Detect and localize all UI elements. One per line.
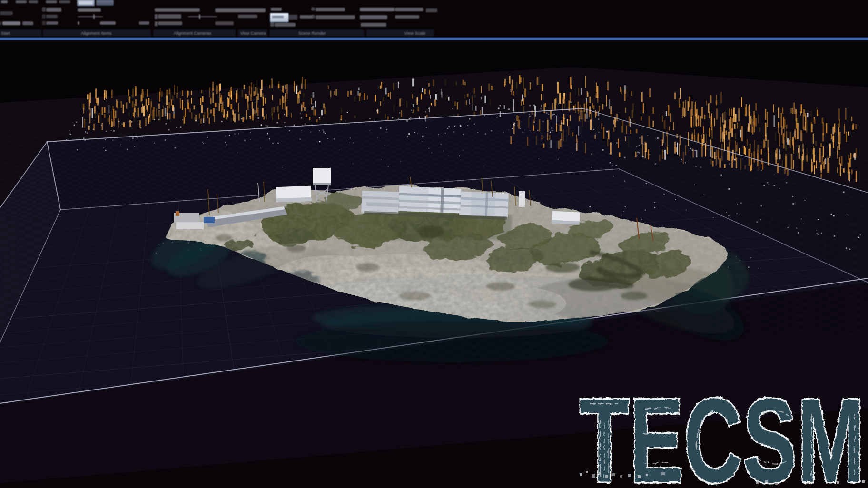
svg-text:TECSM: TECSM [580,374,865,488]
